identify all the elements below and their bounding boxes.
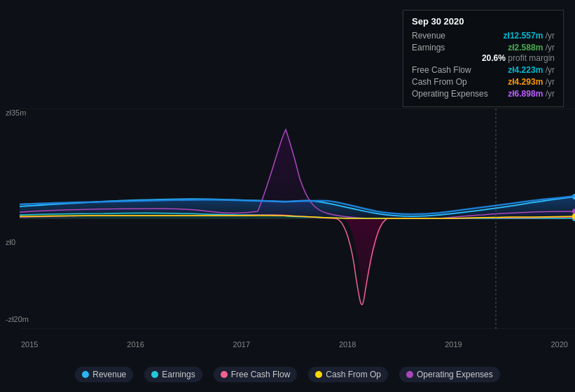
legend-label-opex: Operating Expenses xyxy=(417,370,493,379)
tooltip-date: Sep 30 2020 xyxy=(412,16,555,27)
tooltip-label-earnings: Earnings xyxy=(412,43,445,52)
tooltip-row-fcf: Free Cash Flow zł4.223m /yr xyxy=(412,65,555,75)
tooltip-row-cfo: Cash From Op zł4.293m /yr xyxy=(412,77,555,87)
legend-dot-cfo xyxy=(315,371,322,378)
tooltip-row-revenue: Revenue zł12.557m /yr xyxy=(412,31,555,41)
tooltip-value-cfo: zł4.293m /yr xyxy=(508,77,555,87)
tooltip-row-opex: Operating Expenses zł6.898m /yr xyxy=(412,89,555,99)
tooltip-value-opex: zł6.898m /yr xyxy=(508,89,555,99)
tooltip-value-earnings: zł2.588m /yr xyxy=(508,43,555,52)
legend-label-cfo: Cash From Op xyxy=(326,370,381,379)
tooltip-profit-margin: 20.6% profit margin xyxy=(412,53,555,63)
x-label-2018: 2018 xyxy=(339,340,356,349)
legend-label-fcf: Free Cash Flow xyxy=(231,370,291,379)
tooltip-value-fcf: zł4.223m /yr xyxy=(508,65,555,75)
legend-item-cfo[interactable]: Cash From Op xyxy=(308,367,388,382)
chart-legend: Revenue Earnings Free Cash Flow Cash Fro… xyxy=(0,367,575,382)
y-axis-mid: zł0 xyxy=(6,238,15,246)
tooltip-box: Sep 30 2020 Revenue zł12.557m /yr Earnin… xyxy=(403,10,564,107)
legend-dot-earnings xyxy=(151,371,158,378)
chart-container: Sep 30 2020 Revenue zł12.557m /yr Earnin… xyxy=(0,0,575,392)
x-label-2015: 2015 xyxy=(21,340,38,349)
legend-item-revenue[interactable]: Revenue xyxy=(75,367,133,382)
x-label-2019: 2019 xyxy=(445,340,462,349)
legend-dot-opex xyxy=(406,371,413,378)
tooltip-label-fcf: Free Cash Flow xyxy=(412,65,471,75)
tooltip-label-opex: Operating Expenses xyxy=(412,89,488,99)
legend-dot-fcf xyxy=(221,371,228,378)
tooltip-value-revenue: zł12.557m /yr xyxy=(504,31,555,41)
x-axis-labels: 2015 2016 2017 2018 2019 2020 xyxy=(21,340,568,349)
legend-item-fcf[interactable]: Free Cash Flow xyxy=(214,367,298,382)
x-label-2017: 2017 xyxy=(233,340,250,349)
legend-label-earnings: Earnings xyxy=(162,370,195,379)
tooltip-label-revenue: Revenue xyxy=(412,31,445,41)
tooltip-row-earnings: Earnings zł2.588m /yr xyxy=(412,43,555,52)
tooltip-label-cfo: Cash From Op xyxy=(412,77,467,87)
x-label-2020: 2020 xyxy=(550,340,567,349)
legend-dot-revenue xyxy=(82,371,89,378)
legend-label-revenue: Revenue xyxy=(92,370,126,379)
x-label-2016: 2016 xyxy=(127,340,144,349)
legend-item-earnings[interactable]: Earnings xyxy=(144,367,202,382)
main-chart-svg xyxy=(20,108,575,329)
legend-item-opex[interactable]: Operating Expenses xyxy=(399,367,500,382)
